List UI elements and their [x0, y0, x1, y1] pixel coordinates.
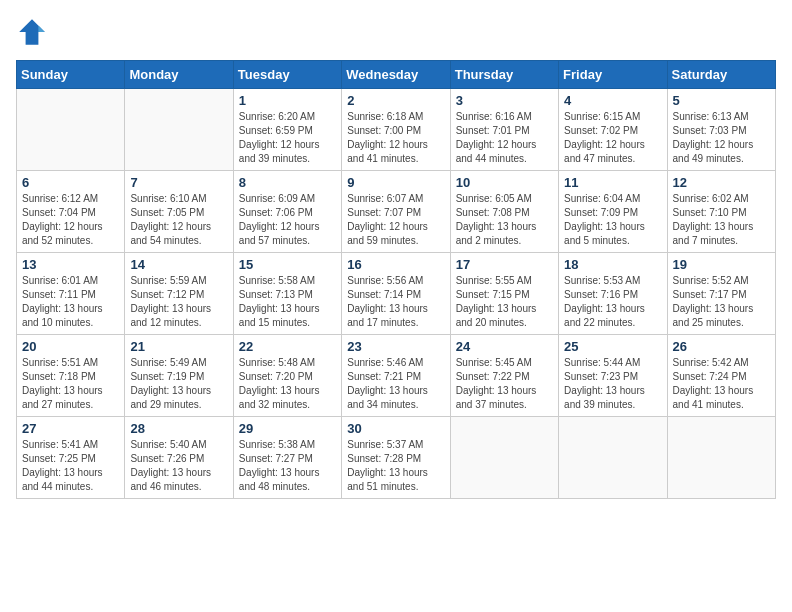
calendar-week-row: 13Sunrise: 6:01 AM Sunset: 7:11 PM Dayli…	[17, 253, 776, 335]
calendar-cell: 10Sunrise: 6:05 AM Sunset: 7:08 PM Dayli…	[450, 171, 558, 253]
cell-info: Sunrise: 5:45 AM Sunset: 7:22 PM Dayligh…	[456, 356, 553, 412]
calendar-cell: 22Sunrise: 5:48 AM Sunset: 7:20 PM Dayli…	[233, 335, 341, 417]
logo-icon	[16, 16, 48, 48]
weekday-header: Monday	[125, 61, 233, 89]
day-number: 20	[22, 339, 119, 354]
calendar-cell: 11Sunrise: 6:04 AM Sunset: 7:09 PM Dayli…	[559, 171, 667, 253]
logo	[16, 16, 52, 48]
day-number: 16	[347, 257, 444, 272]
calendar-cell: 6Sunrise: 6:12 AM Sunset: 7:04 PM Daylig…	[17, 171, 125, 253]
day-number: 5	[673, 93, 770, 108]
weekday-header: Tuesday	[233, 61, 341, 89]
day-number: 10	[456, 175, 553, 190]
cell-info: Sunrise: 5:55 AM Sunset: 7:15 PM Dayligh…	[456, 274, 553, 330]
cell-info: Sunrise: 5:53 AM Sunset: 7:16 PM Dayligh…	[564, 274, 661, 330]
cell-info: Sunrise: 6:04 AM Sunset: 7:09 PM Dayligh…	[564, 192, 661, 248]
day-number: 13	[22, 257, 119, 272]
day-number: 25	[564, 339, 661, 354]
calendar-cell: 9Sunrise: 6:07 AM Sunset: 7:07 PM Daylig…	[342, 171, 450, 253]
cell-info: Sunrise: 6:02 AM Sunset: 7:10 PM Dayligh…	[673, 192, 770, 248]
day-number: 23	[347, 339, 444, 354]
calendar-header: SundayMondayTuesdayWednesdayThursdayFrid…	[17, 61, 776, 89]
calendar-cell: 12Sunrise: 6:02 AM Sunset: 7:10 PM Dayli…	[667, 171, 775, 253]
calendar-cell: 25Sunrise: 5:44 AM Sunset: 7:23 PM Dayli…	[559, 335, 667, 417]
calendar-cell: 18Sunrise: 5:53 AM Sunset: 7:16 PM Dayli…	[559, 253, 667, 335]
day-number: 19	[673, 257, 770, 272]
day-number: 17	[456, 257, 553, 272]
calendar-cell: 21Sunrise: 5:49 AM Sunset: 7:19 PM Dayli…	[125, 335, 233, 417]
cell-info: Sunrise: 5:38 AM Sunset: 7:27 PM Dayligh…	[239, 438, 336, 494]
day-number: 1	[239, 93, 336, 108]
calendar-week-row: 20Sunrise: 5:51 AM Sunset: 7:18 PM Dayli…	[17, 335, 776, 417]
cell-info: Sunrise: 6:10 AM Sunset: 7:05 PM Dayligh…	[130, 192, 227, 248]
calendar-cell	[17, 89, 125, 171]
cell-info: Sunrise: 5:58 AM Sunset: 7:13 PM Dayligh…	[239, 274, 336, 330]
calendar-cell: 4Sunrise: 6:15 AM Sunset: 7:02 PM Daylig…	[559, 89, 667, 171]
calendar-cell: 26Sunrise: 5:42 AM Sunset: 7:24 PM Dayli…	[667, 335, 775, 417]
calendar-cell: 17Sunrise: 5:55 AM Sunset: 7:15 PM Dayli…	[450, 253, 558, 335]
day-number: 15	[239, 257, 336, 272]
day-number: 22	[239, 339, 336, 354]
cell-info: Sunrise: 6:15 AM Sunset: 7:02 PM Dayligh…	[564, 110, 661, 166]
day-number: 9	[347, 175, 444, 190]
calendar-cell: 20Sunrise: 5:51 AM Sunset: 7:18 PM Dayli…	[17, 335, 125, 417]
cell-info: Sunrise: 5:48 AM Sunset: 7:20 PM Dayligh…	[239, 356, 336, 412]
day-number: 6	[22, 175, 119, 190]
day-number: 7	[130, 175, 227, 190]
calendar-cell: 8Sunrise: 6:09 AM Sunset: 7:06 PM Daylig…	[233, 171, 341, 253]
svg-marker-1	[38, 26, 44, 32]
cell-info: Sunrise: 6:05 AM Sunset: 7:08 PM Dayligh…	[456, 192, 553, 248]
day-number: 18	[564, 257, 661, 272]
day-number: 21	[130, 339, 227, 354]
calendar-cell: 30Sunrise: 5:37 AM Sunset: 7:28 PM Dayli…	[342, 417, 450, 499]
day-number: 2	[347, 93, 444, 108]
cell-info: Sunrise: 5:51 AM Sunset: 7:18 PM Dayligh…	[22, 356, 119, 412]
calendar-cell: 19Sunrise: 5:52 AM Sunset: 7:17 PM Dayli…	[667, 253, 775, 335]
calendar-week-row: 27Sunrise: 5:41 AM Sunset: 7:25 PM Dayli…	[17, 417, 776, 499]
cell-info: Sunrise: 5:41 AM Sunset: 7:25 PM Dayligh…	[22, 438, 119, 494]
cell-info: Sunrise: 5:42 AM Sunset: 7:24 PM Dayligh…	[673, 356, 770, 412]
day-number: 29	[239, 421, 336, 436]
weekday-header: Friday	[559, 61, 667, 89]
day-number: 12	[673, 175, 770, 190]
calendar-cell: 14Sunrise: 5:59 AM Sunset: 7:12 PM Dayli…	[125, 253, 233, 335]
weekday-header: Sunday	[17, 61, 125, 89]
day-number: 24	[456, 339, 553, 354]
calendar-cell	[450, 417, 558, 499]
cell-info: Sunrise: 5:46 AM Sunset: 7:21 PM Dayligh…	[347, 356, 444, 412]
cell-info: Sunrise: 5:44 AM Sunset: 7:23 PM Dayligh…	[564, 356, 661, 412]
calendar-cell: 7Sunrise: 6:10 AM Sunset: 7:05 PM Daylig…	[125, 171, 233, 253]
cell-info: Sunrise: 5:52 AM Sunset: 7:17 PM Dayligh…	[673, 274, 770, 330]
cell-info: Sunrise: 6:07 AM Sunset: 7:07 PM Dayligh…	[347, 192, 444, 248]
header	[16, 16, 776, 48]
cell-info: Sunrise: 6:18 AM Sunset: 7:00 PM Dayligh…	[347, 110, 444, 166]
calendar-cell: 5Sunrise: 6:13 AM Sunset: 7:03 PM Daylig…	[667, 89, 775, 171]
calendar-week-row: 6Sunrise: 6:12 AM Sunset: 7:04 PM Daylig…	[17, 171, 776, 253]
weekday-header: Wednesday	[342, 61, 450, 89]
day-number: 30	[347, 421, 444, 436]
cell-info: Sunrise: 5:40 AM Sunset: 7:26 PM Dayligh…	[130, 438, 227, 494]
cell-info: Sunrise: 6:20 AM Sunset: 6:59 PM Dayligh…	[239, 110, 336, 166]
calendar-cell: 3Sunrise: 6:16 AM Sunset: 7:01 PM Daylig…	[450, 89, 558, 171]
cell-info: Sunrise: 6:09 AM Sunset: 7:06 PM Dayligh…	[239, 192, 336, 248]
calendar-cell	[125, 89, 233, 171]
day-number: 26	[673, 339, 770, 354]
day-number: 28	[130, 421, 227, 436]
calendar: SundayMondayTuesdayWednesdayThursdayFrid…	[16, 60, 776, 499]
cell-info: Sunrise: 6:12 AM Sunset: 7:04 PM Dayligh…	[22, 192, 119, 248]
cell-info: Sunrise: 5:49 AM Sunset: 7:19 PM Dayligh…	[130, 356, 227, 412]
day-number: 11	[564, 175, 661, 190]
calendar-cell: 16Sunrise: 5:56 AM Sunset: 7:14 PM Dayli…	[342, 253, 450, 335]
cell-info: Sunrise: 6:13 AM Sunset: 7:03 PM Dayligh…	[673, 110, 770, 166]
cell-info: Sunrise: 6:01 AM Sunset: 7:11 PM Dayligh…	[22, 274, 119, 330]
cell-info: Sunrise: 5:37 AM Sunset: 7:28 PM Dayligh…	[347, 438, 444, 494]
calendar-cell: 2Sunrise: 6:18 AM Sunset: 7:00 PM Daylig…	[342, 89, 450, 171]
day-number: 14	[130, 257, 227, 272]
calendar-cell: 24Sunrise: 5:45 AM Sunset: 7:22 PM Dayli…	[450, 335, 558, 417]
weekday-header: Saturday	[667, 61, 775, 89]
calendar-cell	[559, 417, 667, 499]
cell-info: Sunrise: 6:16 AM Sunset: 7:01 PM Dayligh…	[456, 110, 553, 166]
weekday-header: Thursday	[450, 61, 558, 89]
calendar-cell: 1Sunrise: 6:20 AM Sunset: 6:59 PM Daylig…	[233, 89, 341, 171]
calendar-cell: 28Sunrise: 5:40 AM Sunset: 7:26 PM Dayli…	[125, 417, 233, 499]
